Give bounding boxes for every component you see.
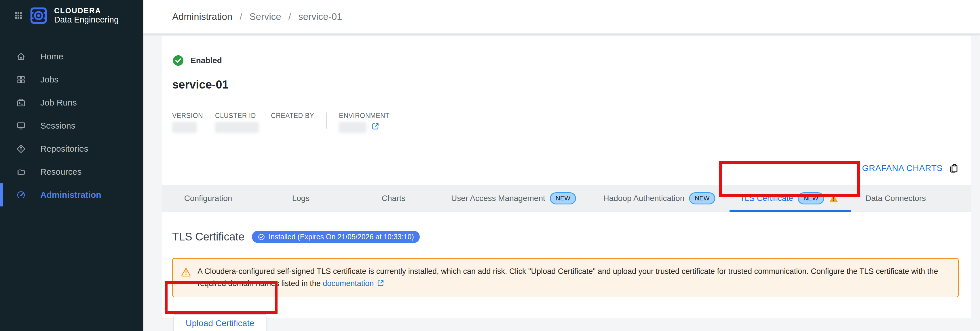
breadcrumb-separator: / — [240, 11, 242, 22]
breadcrumb-service[interactable]: Service — [250, 11, 281, 22]
sidebar-header: CLOUDERA Data Engineering — [0, 0, 143, 25]
tab-charts[interactable]: Charts — [382, 194, 406, 203]
warning-triangle-icon — [181, 267, 191, 290]
grafana-charts-link[interactable]: GRAFANA CHARTS — [862, 163, 943, 173]
documentation-link[interactable]: documentation — [323, 279, 374, 288]
app-switcher-icon[interactable] — [14, 11, 23, 20]
field-cluster-id: CLUSTER ID — [215, 112, 259, 133]
redacted-value — [172, 122, 197, 133]
tab-configuration[interactable]: Configuration — [184, 194, 232, 203]
breadcrumb: Administration / Service / service-01 — [172, 11, 342, 22]
field-environment: ENVIRONMENT — [339, 112, 389, 133]
sidebar-item-label: Resources — [40, 167, 81, 177]
sidebar-item-home[interactable]: Home — [0, 45, 143, 68]
new-badge: NEW — [798, 192, 824, 205]
field-version: VERSION — [172, 112, 203, 133]
field-label: CLUSTER ID — [215, 112, 259, 120]
tab-label: User Access Management — [451, 194, 545, 203]
tab-logs[interactable]: Logs — [292, 194, 310, 203]
tls-warning-text-body: A Cloudera-configured self-signed TLS ce… — [197, 267, 938, 288]
external-link-icon[interactable] — [377, 279, 385, 287]
sidebar: CLOUDERA Data Engineering HomeJobsJob Ru… — [0, 0, 143, 331]
tls-heading-row: TLS Certificate Installed (Expires On 21… — [172, 231, 959, 243]
tab-bar: ConfigurationLogsChartsUser Access Manag… — [162, 185, 971, 212]
sidebar-item-label: Sessions — [40, 121, 75, 131]
tab-data-connectors[interactable]: Data Connectors — [865, 194, 926, 203]
tls-installed-badge: Installed (Expires On 21/05/2026 at 10:3… — [252, 231, 420, 243]
sessions-icon — [16, 121, 26, 131]
home-icon — [16, 51, 26, 61]
tab-label: Charts — [382, 194, 406, 203]
active-tab-underline — [730, 210, 851, 212]
grafana-row: GRAFANA CHARTS — [162, 151, 971, 185]
redacted-value — [339, 122, 366, 133]
warning-triangle-icon — [829, 193, 838, 203]
cloudera-logo-icon — [29, 6, 48, 25]
tab-label: Configuration — [184, 194, 232, 203]
repositories-icon — [16, 144, 26, 154]
sidebar-item-label: Home — [40, 51, 63, 61]
breadcrumb-administration[interactable]: Administration — [172, 11, 232, 22]
new-badge: NEW — [550, 192, 576, 205]
main-content: Enabled service-01 VERSIONCLUSTER IDCREA… — [162, 36, 971, 318]
tab-label: Data Connectors — [865, 194, 926, 203]
service-fields: VERSIONCLUSTER IDCREATED BYENVIRONMENT — [172, 112, 959, 133]
external-link-icon[interactable] — [371, 122, 380, 131]
tab-hadoop-authentication[interactable]: Hadoop AuthenticationNEW — [603, 192, 715, 205]
jobs-icon — [16, 75, 26, 85]
field-created-by: CREATED BY — [271, 112, 314, 120]
field-divider — [326, 112, 327, 129]
field-label: CREATED BY — [271, 112, 314, 120]
brand-name: CLOUDERA — [54, 6, 119, 15]
breadcrumb-separator: / — [288, 11, 291, 22]
sidebar-item-repositories[interactable]: Repositories — [0, 137, 143, 160]
sidebar-item-jobs[interactable]: Jobs — [0, 68, 143, 91]
service-status-row: Enabled — [172, 54, 959, 67]
field-label: VERSION — [172, 112, 203, 120]
field-label: ENVIRONMENT — [339, 112, 389, 120]
sidebar-item-label: Repositories — [40, 144, 88, 154]
upload-certificate-button[interactable]: Upload Certificate — [173, 314, 266, 331]
sidebar-item-label: Job Runs — [40, 98, 77, 107]
resources-icon — [16, 167, 26, 177]
breadcrumb-bar: Administration / Service / service-01 — [143, 0, 980, 34]
enabled-check-icon — [172, 54, 184, 67]
service-name-title: service-01 — [172, 78, 959, 91]
tls-warning-banner: A Cloudera-configured self-signed TLS ce… — [172, 258, 959, 297]
tab-label: Logs — [292, 194, 310, 203]
tab-label: Hadoop Authentication — [603, 194, 684, 203]
tab-label: TLS Certificate — [740, 194, 793, 203]
tab-tls-certificate[interactable]: TLS CertificateNEW — [740, 192, 838, 205]
tab-user-access-management[interactable]: User Access ManagementNEW — [451, 192, 576, 205]
tls-warning-text: A Cloudera-configured self-signed TLS ce… — [197, 265, 950, 290]
brand: CLOUDERA Data Engineering — [54, 6, 119, 24]
tls-certificate-section: TLS Certificate Installed (Expires On 21… — [162, 212, 971, 331]
sidebar-nav: HomeJobsJob RunsSessionsRepositoriesReso… — [0, 45, 143, 206]
sidebar-item-label: Jobs — [40, 75, 59, 85]
redacted-value — [215, 122, 259, 133]
copy-link-icon[interactable] — [948, 163, 959, 173]
tls-section-title: TLS Certificate — [172, 231, 244, 243]
new-badge: NEW — [689, 192, 715, 205]
service-status-label: Enabled — [191, 56, 222, 65]
sidebar-item-sessions[interactable]: Sessions — [0, 114, 143, 137]
sidebar-item-administration[interactable]: Administration — [0, 183, 143, 206]
service-info-section: Enabled service-01 VERSIONCLUSTER IDCREA… — [162, 36, 971, 133]
brand-product: Data Engineering — [54, 15, 119, 24]
sidebar-item-label: Administration — [40, 190, 101, 200]
sidebar-item-job-runs[interactable]: Job Runs — [0, 91, 143, 114]
check-circle-icon — [258, 233, 265, 241]
sidebar-item-resources[interactable]: Resources — [0, 160, 143, 183]
breadcrumb-current-page: service-01 — [298, 11, 342, 22]
tls-installed-badge-label: Installed (Expires On 21/05/2026 at 10:3… — [269, 233, 414, 241]
administration-icon — [16, 190, 26, 200]
job-runs-icon — [16, 98, 26, 107]
